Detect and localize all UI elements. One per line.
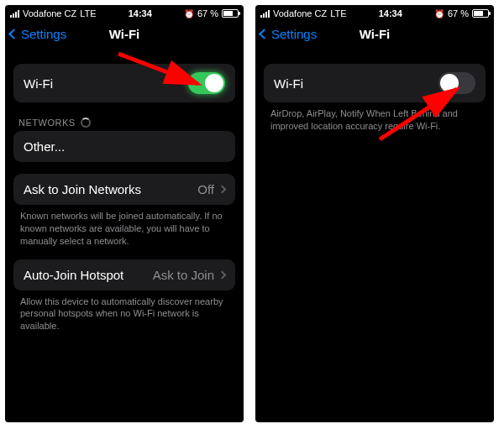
- status-carrier: Vodafone CZ: [23, 8, 76, 18]
- networks-section-header: NETWORKS: [18, 118, 232, 128]
- status-network: LTE: [80, 8, 96, 18]
- status-time: 14:34: [97, 8, 184, 18]
- chevron-right-icon: [218, 186, 227, 194]
- auto-join-hotspot-footer: Allow this device to automatically disco…: [13, 290, 235, 333]
- wifi-off-footer: AirDrop, AirPlay, Notify When Left Behin…: [264, 102, 486, 133]
- ask-to-join-footer: Known networks will be joined automatica…: [13, 205, 235, 248]
- networks-header-text: NETWORKS: [18, 118, 76, 128]
- spinner-icon: [81, 118, 91, 128]
- wifi-toggle-row[interactable]: Wi-Fi: [264, 64, 486, 102]
- nav-bar: Settings Wi-Fi: [5, 20, 244, 47]
- chevron-right-icon: [218, 270, 227, 279]
- alarm-icon: ⏰: [184, 9, 194, 18]
- back-button[interactable]: Settings: [10, 27, 66, 41]
- status-network: LTE: [330, 8, 346, 18]
- ask-to-join-value: Off: [197, 182, 214, 196]
- auto-join-hotspot-label: Auto-Join Hotspot: [24, 268, 153, 282]
- phone-wifi-on: Vodafone CZ LTE 14:34 ⏰ 67 % Settings Wi…: [5, 5, 244, 422]
- wifi-toggle-label: Wi-Fi: [24, 76, 188, 91]
- status-bar: Vodafone CZ LTE 14:34 ⏰ 67 %: [5, 5, 244, 20]
- wifi-toggle-off[interactable]: [438, 72, 475, 94]
- other-network-label: Other...: [24, 139, 225, 154]
- auto-join-hotspot-row[interactable]: Auto-Join Hotspot Ask to Join: [13, 259, 235, 290]
- chevron-left-icon: [8, 29, 19, 39]
- status-battery-pct: 67 %: [448, 8, 469, 18]
- signal-bars-icon: [10, 10, 19, 18]
- wifi-toggle-on[interactable]: [188, 72, 225, 94]
- ask-to-join-row[interactable]: Ask to Join Networks Off: [13, 174, 235, 205]
- nav-bar: Settings Wi-Fi: [255, 20, 494, 47]
- status-time: 14:34: [347, 8, 434, 18]
- status-carrier: Vodafone CZ: [273, 8, 327, 18]
- ask-to-join-label: Ask to Join Networks: [24, 182, 197, 196]
- status-battery-pct: 67 %: [197, 8, 218, 18]
- signal-bars-icon: [260, 10, 270, 18]
- auto-join-hotspot-value: Ask to Join: [153, 268, 214, 282]
- wifi-toggle-label: Wi-Fi: [274, 76, 438, 91]
- other-network-row[interactable]: Other...: [13, 131, 235, 162]
- phone-wifi-off: Vodafone CZ LTE 14:34 ⏰ 67 % Settings Wi…: [255, 5, 494, 422]
- chevron-left-icon: [259, 29, 270, 39]
- battery-icon: [472, 9, 489, 18]
- back-label: Settings: [21, 27, 66, 41]
- wifi-toggle-row[interactable]: Wi-Fi: [13, 64, 235, 102]
- back-label: Settings: [271, 27, 317, 41]
- back-button[interactable]: Settings: [260, 27, 317, 41]
- battery-icon: [222, 9, 239, 18]
- alarm-icon: ⏰: [434, 9, 444, 18]
- status-bar: Vodafone CZ LTE 14:34 ⏰ 67 %: [255, 5, 494, 20]
